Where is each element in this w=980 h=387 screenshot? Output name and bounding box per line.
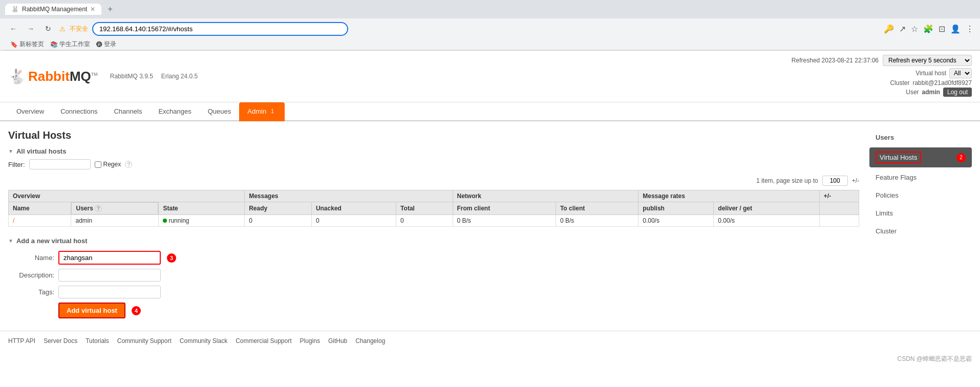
main-content: Virtual Hosts ▼ All virtual hosts Filter…: [0, 121, 980, 331]
cell-state: running: [159, 215, 245, 227]
sidebar-item-limits[interactable]: Limits: [869, 205, 972, 221]
logout-button[interactable]: Log out: [943, 88, 972, 97]
filter-input[interactable]: [29, 159, 91, 169]
star-icon[interactable]: ☆: [911, 24, 918, 34]
cell-extra: [819, 215, 859, 227]
workspace-icon: 📚: [50, 41, 58, 48]
account-icon[interactable]: 👤: [950, 24, 961, 34]
bookmark-workspace[interactable]: 📚 学生工作室: [50, 40, 90, 49]
footer-http-api[interactable]: HTTP API: [8, 337, 35, 345]
sidebar-items: Virtual Hosts2Feature FlagsPoliciesLimit…: [869, 147, 972, 239]
tab-close-icon[interactable]: ✕: [90, 6, 95, 13]
add-vhost-section: ▼ Add a new virtual host Name: 3 Descrip…: [8, 237, 859, 318]
form-tags-row: Tags:: [8, 286, 859, 298]
logo: 🐇 RabbitMQTM: [8, 68, 98, 85]
watermark: CSDN @蟑螂恶霸不是恶霸: [0, 351, 980, 368]
form-name-label: Name:: [8, 254, 54, 262]
help-icon[interactable]: ?: [125, 161, 132, 168]
menu-icon[interactable]: ⋮: [966, 24, 974, 34]
page-size-input[interactable]: [822, 176, 848, 186]
browser-bookmarks-bar: 🔖 新标签页 📚 学生工作室 🅐 登录: [4, 39, 980, 50]
rabbitmq-version: RabbitMQ 3.9.5: [110, 73, 153, 80]
sidebar-item-cluster[interactable]: Cluster: [869, 223, 972, 239]
version-info: RabbitMQ 3.9.5 Erlang 24.0.5: [110, 73, 198, 80]
cluster-value: rabbit@21ad0fdf8927: [912, 79, 972, 87]
nav-item-admin[interactable]: Admin 1: [239, 102, 284, 121]
nav-bar: Overview Connections Channels Exchanges …: [0, 102, 980, 121]
browser-tab[interactable]: 🐰 RabbitMQ Management ✕: [5, 4, 101, 15]
vhost-select[interactable]: All: [949, 68, 972, 78]
col-plus-minus[interactable]: +/-: [819, 190, 859, 202]
col-group-message-rates: Message rates: [638, 190, 819, 202]
login-icon: 🅐: [96, 41, 102, 48]
cell-name[interactable]: /: [9, 215, 71, 227]
reload-button[interactable]: ↻: [41, 22, 55, 36]
cell-from-client: 0 B/s: [453, 215, 556, 227]
footer-plugins[interactable]: Plugins: [300, 337, 320, 345]
col-group-overview: Overview: [9, 190, 245, 202]
vhost-row: Virtual host All: [792, 68, 972, 78]
erlang-version: Erlang 24.0.5: [161, 73, 198, 80]
users-help-icon[interactable]: ?: [95, 205, 102, 212]
add-vhost-title: Add a new virtual host: [16, 237, 88, 245]
footer-community-support[interactable]: Community Support: [117, 337, 172, 345]
add-vhost-button[interactable]: Add virtual host: [58, 303, 125, 318]
regex-checkbox[interactable]: [95, 161, 101, 168]
footer-changelog[interactable]: Changelog: [355, 337, 385, 345]
nav-item-exchanges[interactable]: Exchanges: [150, 102, 199, 121]
app-logo: 🐇 RabbitMQTM RabbitMQ 3.9.5 Erlang 24.0.…: [8, 68, 198, 85]
footer-commercial-support[interactable]: Commercial Support: [236, 337, 291, 345]
description-input[interactable]: [58, 269, 161, 282]
add-vhost-header[interactable]: ▼ Add a new virtual host: [8, 237, 859, 245]
col-unacked: Unacked: [311, 202, 396, 215]
table-row[interactable]: / admin running 0 0 0 0 B/s 0 B/s 0.00/s…: [9, 215, 859, 227]
logo-rabbit-part: Rabbit: [28, 69, 70, 84]
bookmark-newtab[interactable]: 🔖 新标签页: [10, 40, 44, 49]
browser-titlebar: 🐰 RabbitMQ Management ✕ +: [0, 0, 980, 18]
form-description-label: Description:: [8, 271, 54, 279]
footer-server-docs[interactable]: Server Docs: [44, 337, 77, 345]
cell-to-client: 0 B/s: [556, 215, 638, 227]
name-input[interactable]: [58, 251, 161, 265]
address-input[interactable]: [92, 22, 348, 36]
forward-button[interactable]: →: [24, 22, 38, 36]
share-icon: ↗: [899, 24, 906, 34]
user-value: admin: [922, 89, 940, 96]
refresh-select[interactable]: Refresh every 5 secondsRefresh every 10 …: [883, 55, 972, 66]
profile-icon: 🔑: [884, 24, 894, 34]
bookmark-login[interactable]: 🅐 登录: [96, 40, 116, 49]
sidebar-item-feature-flags[interactable]: Feature Flags: [869, 169, 972, 185]
footer-community-slack[interactable]: Community Slack: [180, 337, 227, 345]
page-title: Virtual Hosts: [8, 130, 859, 141]
nav-item-channels[interactable]: Channels: [105, 102, 150, 121]
filter-label: Filter:: [8, 161, 25, 168]
nav-item-overview[interactable]: Overview: [8, 102, 52, 121]
nav-admin-badge: 1: [268, 108, 276, 115]
sidebar-item-label: Limits: [876, 209, 893, 217]
plus-minus-toggle[interactable]: +/-: [852, 177, 859, 184]
add-vhost-arrow: ▼: [8, 238, 13, 244]
cell-ready: 0: [245, 215, 312, 227]
sidebar-item-label: Policies: [876, 191, 899, 199]
logo-mq-part: MQ: [70, 69, 91, 84]
sidebar-item-badge: 2: [956, 153, 966, 162]
col-name: Name: [9, 202, 71, 215]
back-button[interactable]: ←: [6, 22, 20, 36]
form-submit-row: Add virtual host 4: [8, 303, 859, 318]
footer-github[interactable]: GitHub: [328, 337, 347, 345]
nav-item-connections[interactable]: Connections: [52, 102, 105, 121]
regex-label[interactable]: Regex: [95, 161, 121, 168]
cluster-row: Cluster rabbit@21ad0fdf8927: [792, 79, 972, 87]
nav-item-queues[interactable]: Queues: [200, 102, 240, 121]
footer-tutorials[interactable]: Tutorials: [86, 337, 109, 345]
page-info-text: 1 item, page size up to: [756, 177, 818, 184]
tags-input[interactable]: [58, 286, 161, 298]
col-total: Total: [396, 202, 453, 215]
lock-icon: ⚠: [59, 25, 66, 33]
form-tags-label: Tags:: [8, 288, 54, 296]
all-vhosts-section-header[interactable]: ▼ All virtual hosts: [8, 147, 859, 155]
new-tab-icon[interactable]: +: [108, 5, 112, 14]
sidebar-item-policies[interactable]: Policies: [869, 187, 972, 203]
tab-title: RabbitMQ Management: [22, 6, 87, 13]
sidebar-item-virtual-hosts[interactable]: Virtual Hosts2: [869, 147, 972, 167]
